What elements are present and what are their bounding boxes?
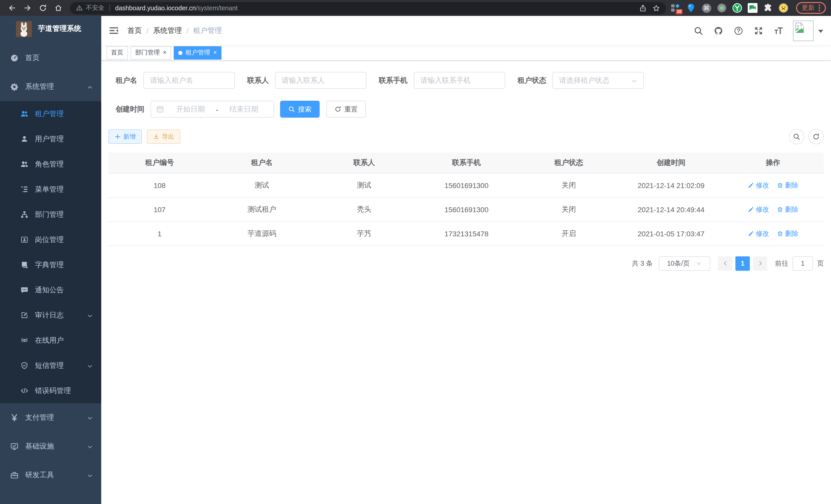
- breadcrumb-item: 租户管理: [193, 26, 222, 35]
- download-icon: [153, 134, 159, 140]
- sidebar-item-字典管理[interactable]: 字典管理: [0, 252, 101, 277]
- avatar[interactable]: [793, 20, 813, 41]
- browser-forward-icon[interactable]: [22, 3, 32, 13]
- search-button[interactable]: 搜索: [280, 101, 320, 118]
- show-search-button[interactable]: [789, 129, 804, 144]
- tags-bar: 首页部门管理×租户管理×: [101, 45, 831, 61]
- share-icon[interactable]: [639, 4, 647, 11]
- tab-label: 租户管理: [185, 48, 210, 57]
- export-button[interactable]: 导出: [147, 129, 180, 144]
- sidebar-item-基础设施[interactable]: 基础设施: [0, 432, 101, 461]
- github-icon[interactable]: [714, 26, 723, 35]
- extensions-puzzle-icon[interactable]: [763, 3, 773, 13]
- browser-home-icon[interactable]: [53, 3, 63, 13]
- sidebar-item-系统管理[interactable]: 系统管理: [0, 72, 101, 101]
- chevron-down-icon: [87, 312, 93, 318]
- extension-grid-icon[interactable]: 10: [671, 3, 681, 13]
- extension-balloon-icon[interactable]: [686, 3, 696, 13]
- browser-reload-icon[interactable]: [37, 3, 48, 13]
- profile-avatar-icon[interactable]: [779, 3, 789, 13]
- users-icon: [21, 160, 28, 168]
- sidebar-item-通知公告[interactable]: 通知公告: [0, 277, 101, 303]
- sidebar-item-首页[interactable]: 首页: [0, 44, 101, 72]
- app-logo-row[interactable]: 芋道管理系统: [0, 16, 101, 41]
- goto-page-input[interactable]: 1: [793, 256, 813, 270]
- sidebar-item-租户管理[interactable]: 租户管理: [0, 101, 101, 126]
- browser-menu-icon[interactable]: [819, 5, 820, 11]
- sidebar-item-label: 审计日志: [35, 310, 87, 320]
- url-path: /system/tenant: [196, 4, 238, 11]
- sidebar-item-在线用户[interactable]: 在线用户: [0, 328, 101, 353]
- page-content: 租户名 请输入租户名 联系人 请输入联系人 联系手机 请输入联系手机 租户状态: [101, 61, 831, 504]
- refresh-table-button[interactable]: [808, 129, 824, 144]
- delete-link[interactable]: 删除: [777, 229, 798, 238]
- date-range-picker[interactable]: 开始日期 - 结束日期: [150, 101, 274, 118]
- sidebar-item-label: 用户管理: [35, 135, 93, 144]
- reset-button[interactable]: 重置: [326, 101, 366, 118]
- delete-link[interactable]: 删除: [777, 181, 798, 190]
- contact-input[interactable]: 请输入联系人: [275, 72, 366, 89]
- pagination: 共 3 条 10条/页 1 前往 1 页: [109, 256, 824, 270]
- page-1-button[interactable]: 1: [736, 256, 750, 270]
- page-size-select[interactable]: 10条/页: [659, 256, 710, 270]
- mobile-input[interactable]: 请输入联系手机: [414, 72, 505, 89]
- sidebar-item-岗位管理[interactable]: 岗位管理: [0, 227, 101, 252]
- yen-icon: [10, 414, 19, 422]
- extension-command-icon[interactable]: ⌘: [701, 3, 711, 13]
- post-icon: [21, 236, 28, 243]
- cell-created: 2021-01-05 17:03:47: [620, 221, 722, 245]
- edit-link[interactable]: 修改: [747, 181, 769, 190]
- cell-mobile: 15601691300: [415, 173, 517, 197]
- help-icon[interactable]: [734, 26, 743, 35]
- extension-y-icon[interactable]: [732, 3, 742, 13]
- sidebar-item-错误码管理[interactable]: 错误码管理: [0, 378, 101, 403]
- edit-link[interactable]: 修改: [747, 229, 769, 238]
- sidebar-collapse-icon[interactable]: [109, 26, 119, 35]
- sidebar-item-支付管理[interactable]: 支付管理: [0, 403, 101, 432]
- close-icon[interactable]: ×: [213, 49, 217, 56]
- user-icon: [21, 135, 28, 143]
- tab-首页[interactable]: 首页: [106, 46, 128, 59]
- prev-page-button[interactable]: [718, 256, 732, 270]
- edit-link[interactable]: 修改: [747, 205, 769, 214]
- chevron-down-icon: [87, 362, 93, 368]
- chevron-up-icon: [87, 84, 93, 90]
- cell-actions: 修改删除: [722, 173, 824, 197]
- breadcrumb-item[interactable]: 首页: [127, 26, 142, 35]
- browser-back-icon[interactable]: [7, 3, 17, 13]
- tab-label: 首页: [111, 48, 123, 57]
- status-select[interactable]: 请选择租户状态: [552, 72, 644, 89]
- tab-租户管理[interactable]: 租户管理×: [174, 46, 222, 59]
- sidebar-item-研发工具[interactable]: 研发工具: [0, 461, 101, 490]
- delete-link[interactable]: 删除: [777, 205, 798, 214]
- tenant-name-input[interactable]: 请输入租户名: [143, 72, 235, 89]
- sidebar-item-审计日志[interactable]: 审计日志: [0, 303, 101, 328]
- tab-部门管理[interactable]: 部门管理×: [131, 46, 171, 59]
- font-size-icon[interactable]: [774, 26, 783, 35]
- breadcrumb-item[interactable]: 系统管理: [153, 26, 182, 35]
- extension-chat-icon[interactable]: [748, 3, 757, 13]
- add-button[interactable]: 新增: [109, 129, 142, 144]
- address-bar[interactable]: 不安全 dashboard.yudao.iocoder.cn /system/t…: [70, 2, 666, 14]
- sidebar-item-短信管理[interactable]: 短信管理: [0, 353, 101, 378]
- end-date-placeholder: 结束日期: [220, 105, 268, 114]
- chevron-down-icon: [87, 415, 93, 421]
- sidebar-item-部门管理[interactable]: 部门管理: [0, 202, 101, 227]
- table-row: 1芋道源码芋艿17321315478开启2021-01-05 17:03:47修…: [109, 221, 824, 245]
- sidebar-item-角色管理[interactable]: 角色管理: [0, 152, 101, 177]
- browser-update-button[interactable]: 更新: [796, 2, 826, 14]
- sidebar-item-用户管理[interactable]: 用户管理: [0, 126, 101, 152]
- close-icon[interactable]: ×: [163, 49, 167, 56]
- url-host: dashboard.yudao.iocoder.cn: [115, 4, 196, 11]
- sidebar-item-菜单管理[interactable]: 菜单管理: [0, 177, 101, 202]
- bookmark-star-icon[interactable]: [653, 4, 660, 11]
- search-icon[interactable]: [694, 26, 703, 35]
- delete-icon: [777, 182, 783, 188]
- column-header: 租户编号: [109, 153, 211, 173]
- sidebar-item-label: 部门管理: [35, 210, 93, 219]
- extension-record-icon[interactable]: [717, 3, 727, 13]
- avatar-caret-icon[interactable]: [818, 30, 823, 35]
- breadcrumb: 首页/系统管理/租户管理: [127, 26, 222, 35]
- next-page-button[interactable]: [753, 256, 767, 270]
- fullscreen-icon[interactable]: [754, 26, 763, 35]
